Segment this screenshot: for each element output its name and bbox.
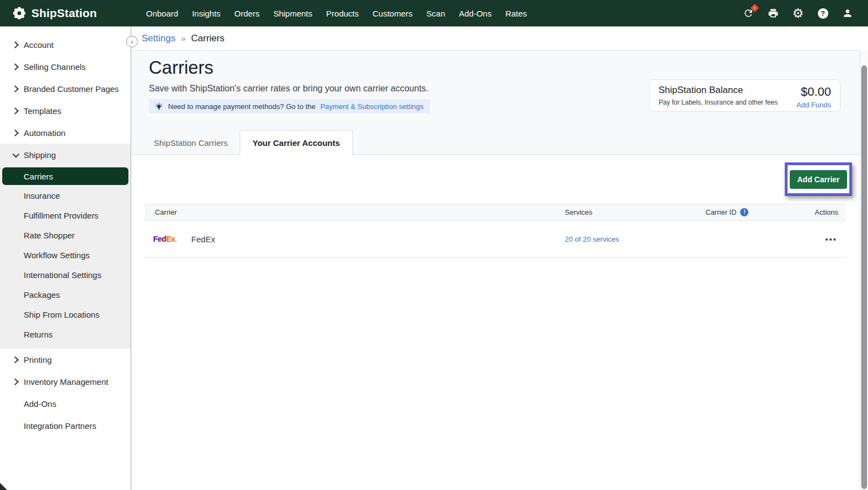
payment-info-banner: Need to manage payment methods? Go to th… <box>149 99 430 113</box>
carrier-cell: FedEx. FedEx <box>145 235 565 244</box>
carrier-tabs: ShipStation Carriers Your Carrier Accoun… <box>142 130 353 155</box>
balance-description: Pay for Labels, Insurance and other fees <box>659 99 778 106</box>
tab-panel-your-carrier-accounts: Add Carrier Carrier Services Carrier ID … <box>132 155 860 490</box>
sidebar-item-label: Selling Channels <box>24 62 86 72</box>
sidebar-item-label: Templates <box>24 106 61 116</box>
sidebar-item-fulfillment-providers[interactable]: Fulfillment Providers <box>0 205 131 225</box>
shipping-group: Shipping Carriers Insurance Fulfillment … <box>0 144 131 349</box>
navbar-icons: ! ⚙ ? <box>742 7 854 19</box>
sidebar-item-label: Branded Customer Pages <box>24 84 119 94</box>
sidebar-item-inventory-management[interactable]: Inventory Management <box>0 371 131 393</box>
payment-subscription-link[interactable]: Payment & Subscription settings <box>320 102 423 111</box>
sidebar-item-rate-shopper[interactable]: Rate Shopper <box>0 225 131 245</box>
corner-widget <box>0 483 7 490</box>
sidebar-item-insurance[interactable]: Insurance <box>0 186 131 205</box>
sidebar-item-international-settings[interactable]: International Settings <box>0 265 131 285</box>
nav-customers[interactable]: Customers <box>373 9 413 18</box>
sidebar-item-workflow-settings[interactable]: Workflow Settings <box>0 245 131 265</box>
chevron-right-icon <box>11 64 19 69</box>
nav-scan[interactable]: Scan <box>427 9 445 18</box>
settings-gear-icon[interactable]: ⚙ <box>792 7 804 19</box>
sidebar-item-label: Account <box>24 40 53 50</box>
page-subtitle: Save with ShipStation's carrier rates or… <box>149 84 428 94</box>
sidebar-item-label: Inventory Management <box>24 377 108 386</box>
sidebar-item-label: Shipping <box>24 150 56 160</box>
sidebar-item-ship-from-locations[interactable]: Ship From Locations <box>0 304 131 324</box>
page-title: Carriers <box>149 57 213 78</box>
sidebar-item-templates[interactable]: Templates <box>0 100 131 122</box>
sidebar-collapse-button[interactable]: ‹ <box>126 36 138 47</box>
brand-name: ShipStation <box>31 7 97 20</box>
nav-products[interactable]: Products <box>326 9 359 18</box>
sidebar-item-selling-channels[interactable]: Selling Channels <box>0 56 131 78</box>
chevron-right-icon <box>11 42 19 47</box>
sidebar-item-integration-partners[interactable]: Integration Partners <box>0 415 131 437</box>
tab-your-carrier-accounts[interactable]: Your Carrier Accounts <box>240 130 352 155</box>
settings-sidebar: Account Selling Channels Branded Custome… <box>0 26 131 490</box>
sidebar-item-shipping[interactable]: Shipping <box>0 144 131 166</box>
top-navbar: ShipStation Onboard Insights Orders Ship… <box>0 0 868 26</box>
sidebar-item-automation[interactable]: Automation <box>0 122 131 144</box>
lightbulb-icon <box>155 102 163 111</box>
row-actions-menu-icon[interactable]: ••• <box>805 235 845 244</box>
services-cell: 20 of 20 services <box>565 234 705 244</box>
nav-addons[interactable]: Add-Ons <box>459 9 492 18</box>
help-icon[interactable]: ? <box>817 7 829 19</box>
nav-onboard[interactable]: Onboard <box>146 9 178 18</box>
sidebar-item-label: Add-Ons <box>24 399 56 409</box>
refresh-icon[interactable]: ! <box>742 7 754 19</box>
carrier-accounts-table: Carrier Services Carrier ID ! Actions Fe… <box>145 204 845 258</box>
breadcrumb: Settings » Carriers <box>132 26 860 50</box>
breadcrumb-settings-link[interactable]: Settings <box>142 33 175 44</box>
breadcrumb-separator: » <box>181 34 185 43</box>
sidebar-item-branded-customer-pages[interactable]: Branded Customer Pages <box>0 78 131 100</box>
carrier-name: FedEx <box>191 235 215 244</box>
scrollbar-thumb[interactable] <box>861 66 867 489</box>
sidebar-item-packages[interactable]: Packages <box>0 285 131 304</box>
table-header-row: Carrier Services Carrier ID ! Actions <box>145 204 845 221</box>
sidebar-item-label: Printing <box>24 355 52 364</box>
sidebar-item-returns[interactable]: Returns <box>0 324 131 344</box>
nav-insights[interactable]: Insights <box>192 9 220 18</box>
carrier-id-info-icon[interactable]: ! <box>740 208 748 216</box>
sidebar-item-printing[interactable]: Printing <box>0 349 131 371</box>
page-header-section: Carriers Save with ShipStation's carrier… <box>132 50 860 155</box>
breadcrumb-current: Carriers <box>191 33 224 44</box>
main-content: Settings » Carriers Carriers Save with S… <box>132 26 860 490</box>
fedex-logo: FedEx. <box>153 235 176 243</box>
add-carrier-highlight-box: Add Carrier <box>785 162 852 196</box>
chevron-right-icon <box>11 86 19 91</box>
nav-orders[interactable]: Orders <box>234 9 260 18</box>
column-header-actions: Actions <box>805 208 845 216</box>
add-carrier-button[interactable]: Add Carrier <box>790 170 847 189</box>
sidebar-item-add-ons[interactable]: Add-Ons <box>0 393 131 415</box>
table-row-fedex: FedEx. FedEx 20 of 20 services ••• <box>145 221 845 258</box>
nav-shipments[interactable]: Shipments <box>273 9 312 18</box>
column-header-services: Services <box>565 208 705 216</box>
balance-amount: $0.00 <box>796 85 831 99</box>
column-header-carrier: Carrier <box>145 208 565 216</box>
nav-rates[interactable]: Rates <box>505 9 527 18</box>
banner-text: Need to manage payment methods? Go to th… <box>168 102 315 111</box>
print-icon[interactable] <box>767 7 779 19</box>
add-funds-link[interactable]: Add Funds <box>796 101 831 109</box>
chevron-down-icon <box>11 153 19 157</box>
chevron-right-icon <box>11 108 19 113</box>
chevron-right-icon <box>11 357 19 362</box>
sidebar-item-label: Automation <box>24 128 66 138</box>
vertical-scrollbar[interactable] <box>860 50 868 490</box>
primary-nav: Onboard Insights Orders Shipments Produc… <box>146 9 527 18</box>
chevron-right-icon <box>11 130 19 135</box>
sidebar-item-label: Integration Partners <box>24 421 96 431</box>
shipstation-logo-icon <box>12 6 26 20</box>
sidebar-item-account[interactable]: Account <box>0 34 131 56</box>
chevron-right-icon <box>11 379 19 384</box>
shipstation-logo[interactable]: ShipStation <box>12 6 97 20</box>
sidebar-item-carriers[interactable]: Carriers <box>2 167 128 185</box>
balance-title: ShipStation Balance <box>659 85 778 96</box>
column-header-carrier-id: Carrier ID ! <box>705 208 805 216</box>
account-person-icon[interactable] <box>842 7 854 19</box>
tab-shipstation-carriers[interactable]: ShipStation Carriers <box>142 130 240 155</box>
services-count-link[interactable]: 20 of 20 services <box>565 235 619 243</box>
shipstation-balance-card: ShipStation Balance Pay for Labels, Insu… <box>649 79 840 112</box>
